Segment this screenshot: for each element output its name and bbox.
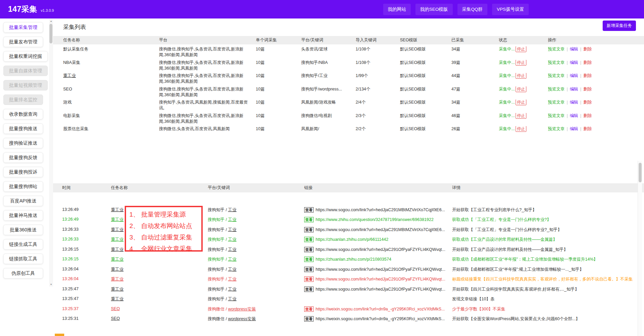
sidebar-item[interactable]: 批量排名监控 [3,95,43,105]
task-name[interactable]: 电影采集 [63,113,159,124]
stop-button[interactable]: 停止 [516,86,526,92]
edit-link[interactable]: 编辑 [570,113,578,118]
sidebar-item[interactable]: 链接抓取工具 [3,254,43,264]
view-badge[interactable]: 查看 [304,247,314,252]
edit-link[interactable]: 编辑 [570,60,578,65]
view-badge[interactable]: 查看 [304,227,314,232]
edit-link[interactable]: 编辑 [570,100,578,105]
log-keyword-link[interactable]: 工业 [228,217,236,222]
sidebar-item[interactable]: 百度API推送 [3,196,43,206]
log-keyword-link[interactable]: 工业 [228,237,236,242]
log-url[interactable]: https://www.sogou.com/link?url=hedJjaC29… [316,227,445,232]
scroll-down-icon[interactable]: ▼ [49,283,53,287]
sidebar-item[interactable]: 批量发布管理 [3,37,43,47]
log-task-link[interactable]: 重工业 [111,247,124,252]
task-name[interactable]: 游戏 [63,100,159,111]
view-badge[interactable]: 查看 [304,316,314,322]
sidebar-item[interactable]: 搜狗验证推送 [3,138,43,148]
preview-article-link[interactable]: 预览文章 [548,100,565,105]
sidebar-scrollbar[interactable]: ▲ ▼ [49,19,53,287]
delete-link[interactable]: 删除 [583,73,592,78]
log-scroll-thumb[interactable] [639,163,642,182]
log-keyword-link[interactable]: 工业 [228,227,236,232]
view-badge[interactable]: 查看 [304,267,314,272]
view-badge[interactable]: 查看 [304,306,314,312]
log-task-link[interactable]: SEO [111,306,120,311]
preview-article-link[interactable]: 预览文章 [548,113,565,118]
log-task-link[interactable]: 重工业 [111,257,124,262]
log-task-link[interactable]: 重工业 [111,287,124,292]
log-url[interactable]: https://weixin.sogou.com/link?url=dn9a_-… [316,307,445,311]
sidebar-scroll-thumb[interactable] [49,24,52,43]
edit-link[interactable]: 编辑 [570,126,578,131]
log-task-link[interactable]: 重工业 [111,297,124,301]
log-task-link[interactable]: 重工业 [111,277,124,282]
log-keyword-link[interactable]: wordpress安装 [228,307,256,311]
log-keyword-link[interactable]: 工业 [228,297,236,301]
log-url[interactable]: https://www.sogou.com/link?url=hedJjaC29… [316,247,445,252]
log-keyword-link[interactable]: wordpress安装 [228,316,256,321]
log-task-link[interactable]: 重工业 [111,227,124,232]
nav-item[interactable]: 我的SEO模版 [415,4,453,15]
delete-link[interactable]: 删除 [583,100,592,105]
nav-item[interactable]: 我的网站 [383,4,411,15]
log-keyword-link[interactable]: 工业 [228,247,236,252]
stop-button[interactable]: 停止 [516,113,526,119]
nav-item[interactable]: 采集QQ群 [457,4,488,15]
log-url[interactable]: https://www.sogou.com/link?url=hedJjaC29… [316,287,445,292]
view-badge[interactable]: 查看 [304,276,314,282]
sidebar-item[interactable]: 批量权重词挖掘 [3,51,48,62]
sidebar-item[interactable]: 批量搜狗投诉 [3,167,43,177]
view-badge[interactable]: 查看 [304,287,314,292]
view-badge[interactable]: 查看 [304,237,314,242]
sidebar-item[interactable]: 批量搜狗反馈 [3,152,43,163]
sidebar-item[interactable]: 批量短视频管理 [3,80,48,90]
nav-item[interactable]: VPS拨号设置 [492,4,529,15]
task-name[interactable]: NBA采集 [63,60,159,71]
sidebar-item[interactable]: 批量360推送 [3,225,43,235]
task-name[interactable]: 重工业 [63,73,159,84]
log-task-link[interactable]: 重工业 [111,217,124,222]
view-badge[interactable]: 查看 [304,217,314,222]
stop-button[interactable]: 停止 [516,100,526,105]
preview-article-link[interactable]: 预览文章 [548,73,565,78]
log-url[interactable]: https://www.sogou.com/link?url=hedJjaC29… [316,267,445,272]
log-task-link[interactable]: SEO [111,316,120,321]
log-keyword-link[interactable]: 工业 [228,287,236,292]
preview-article-link[interactable]: 预览文章 [548,60,565,65]
log-url[interactable]: https://zhuanlan.zhihu.com/p/66111442 [316,237,388,242]
task-name[interactable]: 股票信息采集 [63,126,159,138]
new-task-button[interactable]: 新增采集任务 [603,21,636,31]
sidebar-item[interactable]: 伪原创工具 [3,268,43,278]
log-keyword-link[interactable]: 工业 [228,267,236,272]
sidebar-item[interactable]: 批量采集管理 [3,22,43,33]
stop-button[interactable]: 停止 [516,46,526,52]
task-name[interactable]: SEO [63,86,159,98]
log-keyword-link[interactable]: 工业 [228,257,236,262]
log-task-link[interactable]: 重工业 [111,208,124,212]
preview-article-link[interactable]: 预览文章 [548,87,565,91]
delete-link[interactable]: 删除 [583,126,592,131]
sidebar-item[interactable]: 链接生成工具 [3,239,43,250]
log-keyword-link[interactable]: 工业 [228,277,236,282]
preview-article-link[interactable]: 预览文章 [548,47,565,51]
log-keyword-link[interactable]: 工业 [228,208,236,212]
log-url[interactable]: https://zhuanlan.zhihu.com/p/210803574 [316,257,391,262]
log-url[interactable]: https://weixin.sogou.com/link?url=dn9a_-… [316,316,445,321]
preview-article-link[interactable]: 预览文章 [548,126,565,131]
log-scrollbar[interactable] [638,161,642,336]
log-url[interactable]: https://www.zhihu.com/question/324787199… [316,217,434,222]
log-task-link[interactable]: 重工业 [111,267,124,272]
scroll-up-icon[interactable]: ▲ [49,19,53,23]
sidebar-item[interactable]: 收录数据查询 [3,109,43,119]
delete-link[interactable]: 删除 [583,47,592,51]
log-url[interactable]: https://www.sogou.com/link?url=hedJjaC29… [316,277,445,282]
log-url[interactable]: https://www.sogou.com/link?url=hedJjaC29… [316,208,445,212]
stop-button[interactable]: 停止 [516,73,526,79]
stop-button[interactable]: 停止 [516,126,526,132]
task-name[interactable]: 默认采集任务 [63,46,159,58]
sidebar-item[interactable]: 批量搜狗绑站 [3,181,43,192]
stop-button[interactable]: 停止 [516,60,526,66]
edit-link[interactable]: 编辑 [570,87,578,91]
delete-link[interactable]: 删除 [583,113,592,118]
